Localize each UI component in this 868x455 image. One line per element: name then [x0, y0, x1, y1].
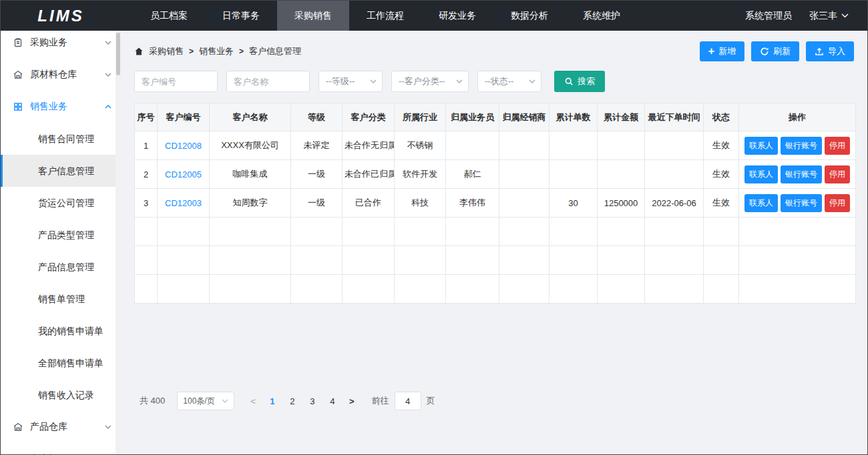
nav-item[interactable]: 数据分析 — [493, 1, 566, 31]
chevron-up-icon — [105, 105, 112, 109]
bank-account-button[interactable]: 银行账号 — [781, 194, 822, 212]
table-row: 3CD12003知周数字一级已合作科技李伟伟3012500002022-06-0… — [135, 189, 856, 217]
main-content: 采购销售 > 销售业务 > 客户信息管理 + 新增 刷新 导入 — [121, 31, 867, 454]
warehouse-icon — [13, 69, 23, 80]
table-cell — [135, 217, 158, 246]
table-cell: 未评定 — [291, 131, 343, 160]
app-logo: LIMS — [1, 1, 121, 31]
search-button[interactable]: 搜索 — [554, 71, 605, 92]
sidebar-subitem[interactable]: 我的销售申请单 — [1, 315, 121, 347]
table-cell — [158, 246, 210, 275]
customer-code-link[interactable]: CD12005 — [165, 169, 202, 179]
column-header: 等级 — [291, 103, 343, 131]
refresh-button[interactable]: 刷新 — [751, 41, 799, 61]
level-select[interactable]: --等级-- — [318, 71, 383, 92]
nav-item[interactable]: 研发业务 — [421, 1, 493, 31]
button-label: 导入 — [828, 45, 845, 57]
sidebar-subitem[interactable]: 客户信息管理 — [1, 155, 121, 187]
nav-item[interactable]: 日常事务 — [205, 1, 277, 31]
sidebar-item-sales[interactable]: 销售业务 — [1, 91, 121, 123]
disable-button[interactable]: 停用 — [825, 137, 850, 155]
sidebar-item-purchase[interactable]: 采购业务 — [1, 31, 121, 59]
table-cell — [598, 131, 645, 160]
table-cell — [343, 246, 395, 275]
sidebar-subitem[interactable]: 销售单管理 — [1, 283, 121, 315]
prev-page-button[interactable]: < — [244, 396, 262, 406]
topbar: 采购销售 > 销售业务 > 客户信息管理 + 新增 刷新 导入 — [121, 31, 867, 71]
nav-item[interactable]: 系统维护 — [566, 1, 638, 31]
nav-item[interactable]: 采购销售 — [277, 1, 349, 31]
contact-button[interactable]: 联系人 — [744, 194, 778, 212]
breadcrumb-item[interactable]: 采购销售 — [149, 45, 184, 57]
column-header: 客户分类 — [343, 103, 395, 131]
page-number[interactable]: 4 — [322, 394, 343, 409]
category-select[interactable]: --客户分类-- — [391, 71, 469, 92]
table-cell: 生效 — [704, 160, 739, 189]
table-cell: 未合作无归属 — [343, 131, 395, 160]
import-button[interactable]: 导入 — [806, 41, 854, 61]
goto-page-input[interactable] — [395, 392, 421, 410]
bank-account-button[interactable]: 银行账号 — [781, 165, 822, 183]
search-icon — [564, 77, 574, 86]
customer-name-input[interactable] — [226, 71, 310, 92]
table-cell — [499, 131, 550, 160]
table-cell — [550, 131, 598, 160]
sidebar-item-product-warehouse[interactable]: 产品仓库 — [1, 411, 121, 443]
page-number[interactable]: 3 — [302, 394, 322, 409]
next-page-button[interactable]: > — [343, 396, 361, 406]
page-numbers: 1234 — [262, 394, 343, 409]
customer-code-input[interactable] — [134, 71, 218, 92]
scrollbar-thumb[interactable] — [116, 33, 120, 75]
sidebar-item-customer-report[interactable]: 客户报备 — [1, 443, 121, 454]
sidebar-subitem[interactable]: 销售收入记录 — [1, 379, 121, 411]
customer-table: 序号客户编号客户名称等级客户分类所属行业归属业务员归属经销商累计单数累计金额最近… — [134, 103, 854, 304]
sidebar-item-raw-material-warehouse[interactable]: 原材料仓库 — [1, 59, 121, 91]
table-cell — [158, 217, 210, 246]
contact-button[interactable]: 联系人 — [744, 165, 778, 183]
table-cell — [598, 275, 645, 304]
disable-button[interactable]: 停用 — [825, 165, 850, 183]
disable-button[interactable]: 停用 — [825, 194, 850, 212]
table-cell — [645, 217, 704, 246]
app-window: LIMS 员工档案日常事务采购销售工作流程研发业务数据分析系统维护 系统管理员 … — [0, 0, 868, 455]
sidebar-item-label: 销售业务 — [30, 101, 67, 113]
nav-item[interactable]: 员工档案 — [133, 1, 205, 31]
page-size-select[interactable]: 100条/页 — [177, 392, 234, 410]
add-button[interactable]: + 新增 — [700, 41, 744, 61]
page-unit-label: 页 — [427, 395, 435, 407]
table-cell — [645, 160, 704, 189]
breadcrumb: 采购销售 > 销售业务 > 客户信息管理 — [134, 45, 301, 57]
table-cell — [499, 189, 550, 217]
table-cell — [499, 275, 550, 304]
bank-account-button[interactable]: 银行账号 — [781, 137, 822, 155]
sidebar-subitem[interactable]: 全部销售申请单 — [1, 347, 121, 379]
table-cell: 李伟伟 — [446, 189, 499, 217]
table-cell — [499, 246, 550, 275]
user-role: 系统管理员 — [745, 10, 792, 22]
nav-item[interactable]: 工作流程 — [349, 1, 421, 31]
table-cell — [598, 160, 645, 189]
table-row — [135, 246, 856, 275]
user-menu[interactable]: 张三丰 — [809, 10, 849, 22]
table-cell — [291, 246, 343, 275]
customer-code-link[interactable]: CD12003 — [165, 198, 202, 208]
column-header: 累计金额 — [598, 103, 645, 131]
contact-button[interactable]: 联系人 — [744, 137, 778, 155]
username: 张三丰 — [809, 10, 837, 22]
page-number[interactable]: 2 — [282, 394, 302, 409]
breadcrumb-item[interactable]: 销售业务 — [199, 45, 234, 57]
sidebar-subitem[interactable]: 销售合同管理 — [1, 123, 121, 155]
table-cell — [598, 246, 645, 275]
table-cell: 科技 — [395, 189, 446, 217]
upload-icon — [815, 47, 824, 56]
table-cell: 已合作 — [343, 189, 395, 217]
sidebar-subitem[interactable]: 产品类型管理 — [1, 219, 121, 251]
sidebar-scrollbar[interactable] — [116, 31, 121, 454]
sidebar-subitem[interactable]: 产品信息管理 — [1, 251, 121, 283]
page-number[interactable]: 1 — [262, 394, 282, 409]
sidebar-subitem[interactable]: 货运公司管理 — [1, 187, 121, 219]
customer-code-link[interactable]: CD12008 — [165, 141, 202, 151]
status-select[interactable]: --状态-- — [477, 71, 541, 92]
top-navbar: LIMS 员工档案日常事务采购销售工作流程研发业务数据分析系统维护 系统管理员 … — [1, 1, 867, 31]
nav-menu: 员工档案日常事务采购销售工作流程研发业务数据分析系统维护 — [133, 1, 638, 31]
